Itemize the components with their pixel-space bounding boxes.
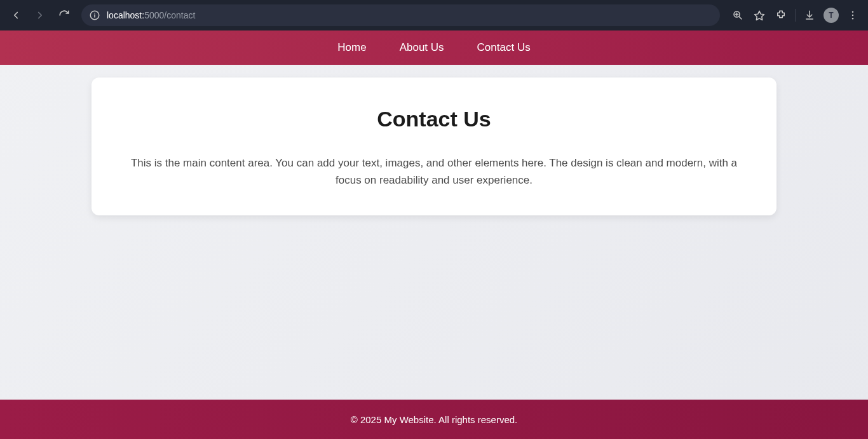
back-button[interactable] — [5, 4, 27, 26]
browser-actions: T — [728, 4, 863, 26]
forward-button[interactable] — [29, 4, 51, 26]
avatar-letter: T — [829, 11, 833, 20]
page-body: Contact Us This is the main content area… — [0, 65, 868, 400]
url-path: 5000/contact — [144, 10, 195, 20]
url-text: localhost:5000/contact — [107, 10, 712, 20]
svg-line-4 — [739, 17, 742, 19]
downloads-icon[interactable] — [799, 4, 820, 26]
site-nav: Home About Us Contact Us — [0, 30, 868, 65]
address-bar[interactable]: localhost:5000/contact — [81, 4, 720, 26]
site-info-icon[interactable] — [89, 10, 100, 21]
svg-point-9 — [852, 11, 853, 13]
page-title: Contact Us — [127, 107, 741, 132]
url-host: localhost: — [107, 10, 144, 20]
nav-link-home[interactable]: Home — [337, 41, 366, 54]
reload-button[interactable] — [53, 4, 75, 26]
nav-link-about[interactable]: About Us — [400, 41, 444, 54]
page-paragraph: This is the main content area. You can a… — [127, 154, 741, 189]
footer-text: © 2025 My Website. All rights reserved. — [351, 414, 518, 425]
profile-avatar[interactable]: T — [824, 8, 839, 23]
bookmark-icon[interactable] — [749, 4, 770, 26]
nav-link-contact[interactable]: Contact Us — [477, 41, 531, 54]
site-footer: © 2025 My Website. All rights reserved. — [0, 400, 868, 439]
zoom-icon[interactable] — [728, 4, 748, 26]
browser-toolbar: localhost:5000/contact T — [0, 0, 868, 30]
svg-point-11 — [852, 18, 853, 19]
svg-point-10 — [852, 15, 853, 16]
svg-marker-7 — [755, 11, 764, 20]
extensions-icon[interactable] — [771, 4, 791, 26]
page-viewport: Home About Us Contact Us Contact Us This… — [0, 30, 868, 439]
toolbar-divider — [795, 9, 796, 22]
content-card: Contact Us This is the main content area… — [92, 78, 776, 215]
menu-icon[interactable] — [843, 4, 863, 26]
